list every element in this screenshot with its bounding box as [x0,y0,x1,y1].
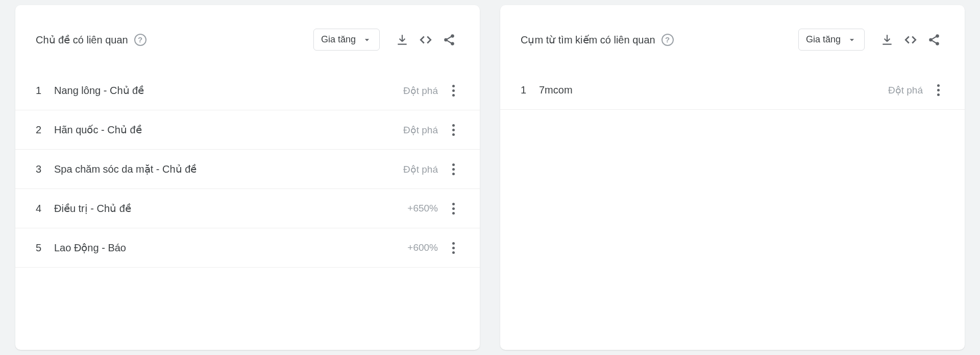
card-title: Cụm từ tìm kiếm có liên quan [521,34,655,46]
more-icon[interactable] [447,124,459,136]
card-title-wrap: Cụm từ tìm kiếm có liên quan ? [521,34,674,46]
chevron-down-icon [847,35,857,45]
row-value: +650% [407,203,438,214]
embed-button[interactable] [415,30,436,50]
download-icon [396,33,409,46]
related-queries-card: Cụm từ tìm kiếm có liên quan ? Gia tăng … [500,5,965,350]
row-value: +600% [407,242,438,253]
row-label: Spa chăm sóc da mặt - Chủ đề [54,163,403,175]
download-icon [880,33,894,46]
code-icon [419,33,432,46]
sort-dropdown[interactable]: Gia tăng [798,29,865,51]
embed-button[interactable] [900,30,921,50]
row-rank: 5 [36,242,54,254]
download-button[interactable] [392,30,412,50]
help-icon[interactable]: ? [662,34,674,46]
more-icon[interactable] [932,84,944,96]
table-row[interactable]: 4 Điều trị - Chủ đề +650% [15,189,480,228]
row-label: Điều trị - Chủ đề [54,202,407,215]
related-topics-card: Chủ đề có liên quan ? Gia tăng 1 Nang lô… [15,5,480,350]
row-rank: 1 [521,84,539,96]
row-value: Đột phá [403,124,438,136]
card-title-wrap: Chủ đề có liên quan ? [36,34,146,46]
row-label: Hãn quốc - Chủ đề [54,124,403,136]
more-icon[interactable] [447,203,459,215]
code-icon [904,33,917,46]
more-icon[interactable] [447,85,459,97]
row-rank: 2 [36,124,54,136]
share-button[interactable] [924,30,944,50]
download-button[interactable] [877,30,897,50]
table-row[interactable]: 3 Spa chăm sóc da mặt - Chủ đề Đột phá [15,150,480,189]
table-row[interactable]: 2 Hãn quốc - Chủ đề Đột phá [15,110,480,150]
row-rank: 3 [36,163,54,175]
row-label: Nang lông - Chủ đề [54,84,403,97]
card-title: Chủ đề có liên quan [36,34,128,46]
sort-dropdown[interactable]: Gia tăng [313,29,380,51]
row-rank: 1 [36,85,54,97]
table-row[interactable]: 1 Nang lông - Chủ đề Đột phá [15,71,480,110]
row-value: Đột phá [403,163,438,175]
share-icon [443,33,456,46]
row-label: Lao Động - Báo [54,242,407,254]
card-header: Cụm từ tìm kiếm có liên quan ? Gia tăng [500,20,965,71]
table-row[interactable]: 1 7mcom Đột phá [500,71,965,110]
row-value: Đột phá [888,84,923,96]
row-value: Đột phá [403,85,438,97]
sort-dropdown-label: Gia tăng [321,34,356,45]
card-header: Chủ đề có liên quan ? Gia tăng [15,20,480,71]
share-icon [927,33,941,46]
sort-dropdown-label: Gia tăng [806,34,841,45]
chevron-down-icon [362,35,372,45]
more-icon[interactable] [447,242,459,254]
more-icon[interactable] [447,163,459,175]
row-label: 7mcom [539,84,888,96]
help-icon[interactable]: ? [134,34,146,46]
table-row[interactable]: 5 Lao Động - Báo +600% [15,228,480,268]
row-rank: 4 [36,203,54,215]
share-button[interactable] [439,30,459,50]
